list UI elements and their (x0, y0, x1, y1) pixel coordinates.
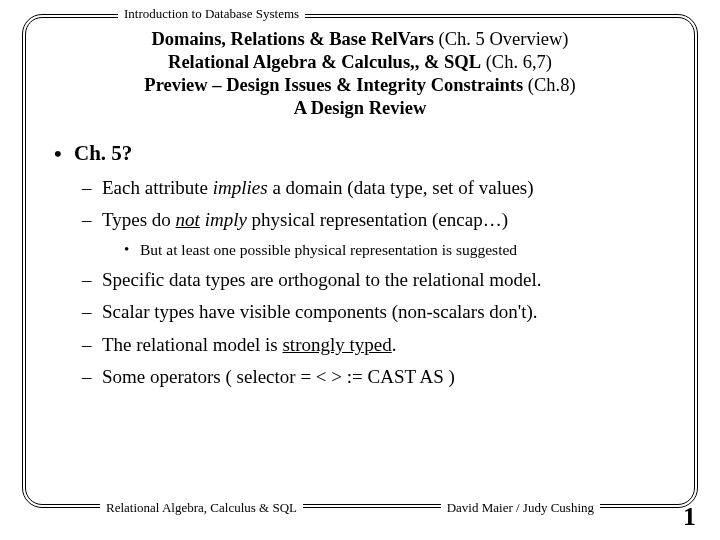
title-line-3: Preview – Design Issues & Integrity Cons… (50, 74, 670, 97)
text: The relational model is (102, 334, 282, 355)
text: Each attribute (102, 177, 213, 198)
bullet-item: The relational model is strongly typed. (80, 330, 670, 359)
title-line-3-bold: Preview – Design Issues & Integrity Cons… (144, 75, 523, 95)
title-line-4-bold: A Design Review (294, 98, 427, 118)
bullet-item: Specific data types are orthogonal to th… (80, 265, 670, 294)
text: physical representation (encap…) (247, 209, 508, 230)
bullet-level1: Ch. 5? (50, 137, 670, 170)
text-italic: imply (200, 209, 247, 230)
text-italic-underline: not (176, 209, 200, 230)
text: . (392, 334, 397, 355)
text: Types do (102, 209, 176, 230)
bullet-item: Scalar types have visible components (no… (80, 297, 670, 326)
footer-right: David Maier / Judy Cushing (441, 500, 600, 516)
title-line-1-bold: Domains, Relations & Base RelVars (151, 29, 433, 49)
title-line-3-rest: (Ch.8) (523, 75, 575, 95)
slide-content: Domains, Relations & Base RelVars (Ch. 5… (50, 28, 670, 395)
bullet-list: Ch. 5? Each attribute implies a domain (… (50, 137, 670, 392)
title-line-2-rest: (Ch. 6,7) (481, 52, 552, 72)
bullet-item: Each attribute implies a domain (data ty… (80, 173, 670, 202)
course-header: Introduction to Database Systems (118, 6, 305, 22)
text: a domain (data type, set of values) (268, 177, 534, 198)
title-line-2-bold: Relational Algebra & Calculus,, & SQL (168, 52, 481, 72)
bullet-item: Types do not imply physical representati… (80, 205, 670, 234)
footer-left: Relational Algebra, Calculus & SQL (100, 500, 303, 516)
page-number: 1 (683, 502, 696, 532)
title-line-2: Relational Algebra & Calculus,, & SQL (C… (50, 51, 670, 74)
text-underline: strongly typed (282, 334, 391, 355)
title-line-4: A Design Review (50, 97, 670, 120)
bullet-item: Some operators ( selector = < > := CAST … (80, 362, 670, 391)
title-line-1-rest: (Ch. 5 Overview) (434, 29, 569, 49)
slide-title: Domains, Relations & Base RelVars (Ch. 5… (50, 28, 670, 121)
bullet-sub-item: But at least one possible physical repre… (122, 238, 670, 262)
title-line-1: Domains, Relations & Base RelVars (Ch. 5… (50, 28, 670, 51)
text-italic: implies (213, 177, 268, 198)
